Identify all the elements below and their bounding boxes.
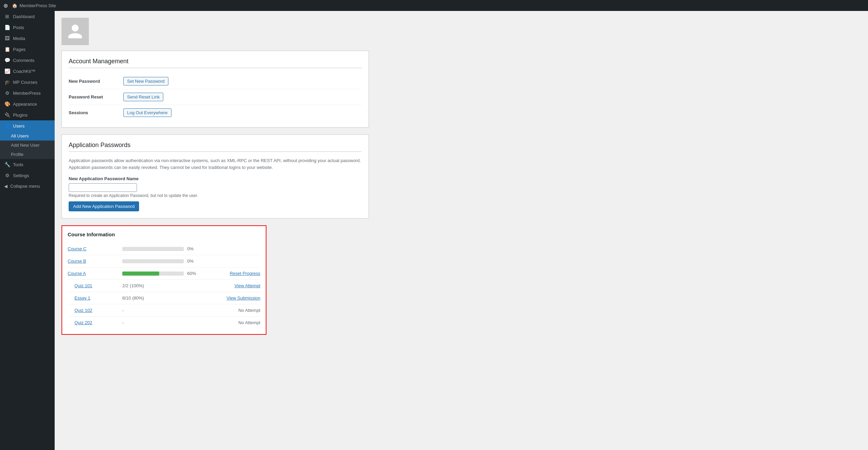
sessions-field: Log Out Everywhere <box>123 108 362 117</box>
new-password-label: New Password <box>69 79 123 84</box>
course-b-progress: 0% <box>122 259 219 264</box>
essay-1-name[interactable]: Essay 1 <box>68 295 122 301</box>
sessions-row: Sessions Log Out Everywhere <box>69 105 362 120</box>
settings-icon: ⚙ <box>4 173 10 178</box>
account-management-title: Account Management <box>69 58 362 68</box>
sidebar-item-comments[interactable]: 💬 Comments <box>0 55 55 66</box>
application-passwords-title: Application Passwords <box>69 142 362 152</box>
quiz-101-action[interactable]: View Attempt <box>219 283 260 288</box>
password-reset-label: Password Reset <box>69 94 123 100</box>
course-a-name[interactable]: Course A <box>68 271 122 276</box>
course-a-progress-text: 60% <box>187 271 196 276</box>
sidebar-item-memberpress[interactable]: ⚙ MemberPress <box>0 88 55 98</box>
new-password-field: Set New Password <box>123 77 362 85</box>
quiz-102-score: - <box>122 308 219 313</box>
media-icon: 🖼 <box>4 36 10 41</box>
log-out-everywhere-button[interactable]: Log Out Everywhere <box>123 108 171 117</box>
quiz-102-action: No Attempt <box>219 308 260 313</box>
set-new-password-button[interactable]: Set New Password <box>123 77 168 85</box>
dashboard-icon: ⊞ <box>4 14 10 19</box>
course-c-progress-text: 0% <box>187 246 194 251</box>
view-attempt-link[interactable]: View Attempt <box>234 283 260 288</box>
sidebar-item-tools[interactable]: 🔧 Tools <box>0 159 55 170</box>
course-information-title: Course Information <box>68 231 260 237</box>
course-b-progress-text: 0% <box>187 259 194 264</box>
quiz-101-score-text: 2/2 (100%) <box>122 283 144 288</box>
quiz-202-name[interactable]: Quiz 202 <box>68 320 122 325</box>
essay-1-score: 8/10 (80%) <box>122 295 219 301</box>
quiz-202-score-text: - <box>122 320 124 325</box>
course-information-section: Course Information Course C 0% Course B <box>61 225 266 335</box>
quiz-102-score-text: - <box>122 308 124 313</box>
memberpress-icon: ⚙ <box>4 90 10 96</box>
course-a-progress-bar-fill <box>122 272 159 276</box>
sidebar-item-settings[interactable]: ⚙ Settings <box>0 170 55 181</box>
quiz-102-no-attempt: No Attempt <box>238 308 260 313</box>
tools-icon: 🔧 <box>4 162 10 167</box>
coachkit-icon: 📈 <box>4 68 10 74</box>
submenu-profile[interactable]: Profile <box>0 150 55 159</box>
collapse-icon: ◀ <box>4 184 8 189</box>
course-c-name[interactable]: Course C <box>68 246 122 251</box>
avatar-section <box>61 18 861 45</box>
comments-icon: 💬 <box>4 57 10 63</box>
content-area: Account Management New Password Set New … <box>55 11 868 450</box>
quiz-202-action: No Attempt <box>219 320 260 325</box>
quiz-202-score: - <box>122 320 219 325</box>
course-c-progress: 0% <box>122 246 219 251</box>
submenu-add-new-user[interactable]: Add New User <box>0 141 55 150</box>
course-b-row: Course B 0% <box>68 255 260 267</box>
avatar <box>61 18 89 45</box>
sidebar-item-media[interactable]: 🖼 Media <box>0 33 55 44</box>
quiz-101-row: Quiz 101 2/2 (100%) View Attempt <box>68 280 260 292</box>
site-name: 🏠 MemberPress Site <box>12 3 56 8</box>
appearance-icon: 🎨 <box>4 101 10 107</box>
sidebar-item-users[interactable]: 👤 Users All Users Add New User Profile <box>0 120 55 159</box>
course-c-row: Course C 0% <box>68 243 260 255</box>
collapse-menu[interactable]: ◀ Collapse menu <box>0 181 55 191</box>
mpcourses-icon: 🎓 <box>4 79 10 85</box>
new-app-password-label: New Application Password Name <box>69 176 362 181</box>
posts-icon: 📄 <box>4 25 10 30</box>
main-area: ⊞ Dashboard 📄 Posts 🖼 Media 📋 Pages 💬 Co… <box>0 11 868 450</box>
password-reset-field: Send Reset Link <box>123 93 362 101</box>
sidebar-item-appearance[interactable]: 🎨 Appearance <box>0 98 55 109</box>
reset-progress-link[interactable]: Reset Progress <box>230 271 260 276</box>
wp-logo: ⊛ <box>3 2 8 9</box>
users-icon: 👤 <box>4 123 10 129</box>
course-a-progress-bar-bg <box>122 272 184 276</box>
sidebar: ⊞ Dashboard 📄 Posts 🖼 Media 📋 Pages 💬 Co… <box>0 11 55 450</box>
pages-icon: 📋 <box>4 47 10 52</box>
plugins-icon: 🔌 <box>4 112 10 118</box>
add-new-application-password-button[interactable]: Add New Application Password <box>69 201 139 211</box>
essay-1-action[interactable]: View Submission <box>219 295 260 301</box>
course-a-progress: 60% <box>122 271 219 276</box>
course-b-name[interactable]: Course B <box>68 259 122 264</box>
sidebar-item-mpcourses[interactable]: 🎓 MP Courses <box>0 77 55 88</box>
sidebar-menu: ⊞ Dashboard 📄 Posts 🖼 Media 📋 Pages 💬 Co… <box>0 11 55 181</box>
course-b-progress-bar-bg <box>122 259 184 263</box>
essay-1-row: Essay 1 8/10 (80%) View Submission <box>68 292 260 304</box>
sidebar-item-pages[interactable]: 📋 Pages <box>0 44 55 55</box>
sessions-label: Sessions <box>69 110 123 115</box>
top-bar: ⊛ 🏠 MemberPress Site <box>0 0 868 11</box>
quiz-202-row: Quiz 202 - No Attempt <box>68 317 260 329</box>
submenu-all-users[interactable]: All Users <box>0 131 55 141</box>
password-reset-row: Password Reset Send Reset Link <box>69 89 362 105</box>
account-management-section: Account Management New Password Set New … <box>61 51 369 128</box>
quiz-102-name[interactable]: Quiz 102 <box>68 308 122 313</box>
sidebar-item-posts[interactable]: 📄 Posts <box>0 22 55 33</box>
send-reset-link-button[interactable]: Send Reset Link <box>123 93 163 101</box>
app-wrapper: ⊛ 🏠 MemberPress Site ⊞ Dashboard 📄 Posts… <box>0 0 868 450</box>
application-passwords-section: Application Passwords Application passwo… <box>61 134 369 219</box>
essay-1-score-text: 8/10 (80%) <box>122 295 144 301</box>
new-app-password-input[interactable] <box>69 183 137 192</box>
sidebar-item-coachkit[interactable]: 📈 CoachKit™ <box>0 66 55 77</box>
quiz-102-row: Quiz 102 - No Attempt <box>68 304 260 317</box>
sidebar-item-dashboard[interactable]: ⊞ Dashboard <box>0 11 55 22</box>
sidebar-item-plugins[interactable]: 🔌 Plugins <box>0 109 55 120</box>
quiz-101-name[interactable]: Quiz 101 <box>68 283 122 288</box>
course-a-action[interactable]: Reset Progress <box>219 271 260 276</box>
view-submission-link[interactable]: View Submission <box>226 295 260 301</box>
course-a-row: Course A 60% Reset Progress <box>68 267 260 280</box>
